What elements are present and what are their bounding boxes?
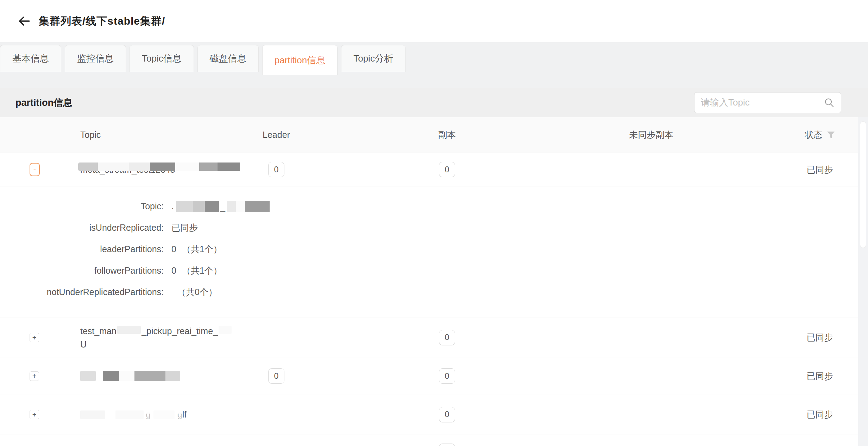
detail-value: 已同步 <box>171 222 198 234</box>
page-right-gutter <box>858 117 868 446</box>
detail-value: 0 <box>171 266 176 276</box>
header-topic: Topic <box>60 130 232 140</box>
tab-monitor-info[interactable]: 监控信息 <box>65 45 126 72</box>
table-row-partial: 0 <box>0 434 858 446</box>
redaction-block <box>219 326 232 334</box>
arrow-left-icon <box>18 15 31 27</box>
detail-label: Topic: <box>0 201 164 211</box>
expand-row-button[interactable]: + <box>30 371 39 381</box>
tab-bar: 基本信息 监控信息 Topic信息 磁盘信息 partition信息 Topic… <box>0 42 868 88</box>
tab-basic-info[interactable]: 基本信息 <box>0 45 61 72</box>
back-button[interactable] <box>16 13 32 29</box>
tab-partition-info[interactable]: partition信息 <box>262 45 338 75</box>
partition-table: Topic Leader 副本 未同步副本 状态 - meta_stream_t… <box>0 117 858 446</box>
detail-label: leaderPartitions: <box>0 244 164 254</box>
table-header-row: Topic Leader 副本 未同步副本 状态 <box>0 117 858 153</box>
status-filter-button[interactable] <box>827 131 835 139</box>
detail-value: 0 <box>171 244 176 254</box>
detail-count: （共1个） <box>182 265 222 276</box>
topic-name-redacted: g g lf <box>80 409 232 420</box>
header-leader: Leader <box>232 130 320 140</box>
expand-row-button[interactable]: + <box>30 333 39 342</box>
page-title: 集群列表/线下stable集群/ <box>39 14 165 28</box>
detail-count: （共0个） <box>177 286 217 298</box>
status-value: 已同步 <box>807 332 833 343</box>
expand-row-button[interactable]: + <box>30 410 39 419</box>
underscore-fragment: _ <box>220 202 225 212</box>
topic-name-redacted <box>80 371 232 381</box>
table-row: - meta_stream_test12345 0 0 已同步 <box>0 153 858 186</box>
detail-row-followerpartitions: followerPartitions: 0 （共1个） <box>0 260 858 281</box>
tab-topic-info[interactable]: Topic信息 <box>130 45 194 72</box>
status-value: 已同步 <box>807 164 833 176</box>
header-status: 状态 <box>729 129 858 141</box>
topic-name-redacted: meta_stream_test12345 <box>80 163 175 176</box>
replica-count-badge: 0 <box>439 444 455 446</box>
section-title: partition信息 <box>15 96 73 109</box>
search-icon[interactable] <box>824 97 835 108</box>
status-value: 已同步 <box>807 370 833 382</box>
replica-count-badge: 0 <box>439 330 455 345</box>
redaction-blocks <box>78 163 240 171</box>
table-row: + g g lf 0 已同步 <box>0 395 858 434</box>
detail-row-topic: Topic: . _ <box>0 196 858 217</box>
collapse-row-button[interactable]: - <box>30 163 40 176</box>
detail-count: （共1个） <box>182 243 222 255</box>
app-header: 集群列表/线下stable集群/ <box>0 0 868 42</box>
expanded-detail-panel: Topic: . _ isUnderReplicated: 已同步 leader… <box>0 186 858 318</box>
header-unsynced-replica: 未同步副本 <box>574 129 729 141</box>
detail-label: isUnderReplicated: <box>0 223 164 233</box>
table-row: + 0 0 已同步 <box>0 357 858 395</box>
detail-row-notunderreplicatedpartitions: notUnderReplicatedPartitions: （共0个） <box>0 281 858 303</box>
leader-count-badge: 0 <box>268 162 284 177</box>
replica-count-badge: 0 <box>439 368 455 384</box>
replica-count-badge: 0 <box>439 407 455 422</box>
topic-name-redacted: test_man _pickup_real_time_ U <box>80 324 232 351</box>
detail-value-redacted: . _ <box>171 201 270 212</box>
detail-label: followerPartitions: <box>0 266 164 276</box>
tab-topic-analysis[interactable]: Topic分析 <box>341 45 405 72</box>
replica-count-badge: 0 <box>439 162 455 177</box>
topic-search-box[interactable] <box>694 92 841 113</box>
detail-row-leaderpartitions: leaderPartitions: 0 （共1个） <box>0 238 858 260</box>
detail-row-isunderreplicated: isUnderReplicated: 已同步 <box>0 217 858 238</box>
status-value: 已同步 <box>807 409 833 420</box>
redaction-blocks: _ <box>176 201 270 212</box>
scrollbar-thumb[interactable] <box>860 121 866 248</box>
leader-count-badge: 0 <box>268 368 284 384</box>
detail-label: notUnderReplicatedPartitions: <box>0 287 164 297</box>
header-status-label: 状态 <box>805 129 823 141</box>
tab-disk-info[interactable]: 磁盘信息 <box>197 45 259 72</box>
header-replica: 副本 <box>320 129 574 141</box>
table-row: + test_man _pickup_real_time_ U 0 已同步 <box>0 318 858 357</box>
filter-funnel-icon <box>827 131 835 139</box>
redaction-block <box>117 326 141 334</box>
topic-search-input[interactable] <box>701 97 824 108</box>
section-header: partition信息 <box>0 88 868 117</box>
